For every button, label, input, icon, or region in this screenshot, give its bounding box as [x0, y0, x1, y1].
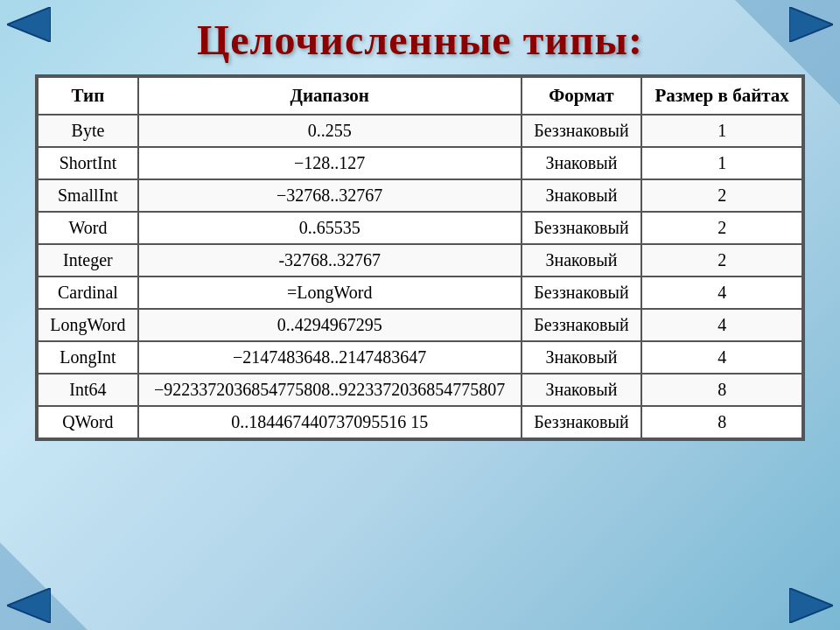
col-header-format: Формат	[522, 77, 642, 115]
cell-size: 8	[641, 374, 802, 406]
cell-type: QWord	[38, 406, 138, 438]
cell-size: 1	[641, 147, 802, 179]
cell-format: Беззнаковый	[522, 276, 642, 309]
cell-type: Byte	[38, 115, 138, 147]
table-row: QWord0..184467440737095516 15Беззнаковый…	[38, 406, 802, 438]
cell-type: Word	[38, 212, 138, 244]
table-row: SmallInt−32768..32767Знаковый2	[38, 179, 802, 212]
table-row: Int64−9223372036854775808..9223372036854…	[38, 374, 802, 406]
page-title: Целочисленные типы:	[0, 0, 840, 74]
cell-type: SmallInt	[38, 179, 138, 212]
cell-size: 4	[641, 341, 802, 374]
cell-size: 2	[641, 244, 802, 276]
cell-range: -32768..32767	[138, 244, 522, 276]
integer-types-table: Тип Диапазон Формат Размер в байтах Byte…	[37, 76, 803, 439]
cell-range: =LongWord	[138, 276, 522, 309]
cell-size: 2	[641, 179, 802, 212]
cell-type: LongInt	[38, 341, 138, 374]
svg-marker-2	[7, 588, 51, 623]
col-header-range: Диапазон	[138, 77, 522, 115]
table-row: Cardinal=LongWordБеззнаковый4	[38, 276, 802, 309]
table-row: Integer-32768..32767Знаковый2	[38, 244, 802, 276]
svg-marker-3	[789, 588, 833, 623]
cell-range: 0..255	[138, 115, 522, 147]
table-header-row: Тип Диапазон Формат Размер в байтах	[38, 77, 802, 115]
cell-format: Знаковый	[522, 374, 642, 406]
nav-arrow-bottom-left[interactable]	[7, 588, 51, 623]
cell-range: 0..65535	[138, 212, 522, 244]
cell-type: LongWord	[38, 309, 138, 341]
cell-format: Беззнаковый	[522, 309, 642, 341]
cell-size: 1	[641, 115, 802, 147]
cell-size: 2	[641, 212, 802, 244]
data-table-container: Тип Диапазон Формат Размер в байтах Byte…	[35, 74, 805, 441]
cell-range: −128..127	[138, 147, 522, 179]
table-row: Byte0..255Беззнаковый1	[38, 115, 802, 147]
cell-size: 8	[641, 406, 802, 438]
col-header-size: Размер в байтах	[641, 77, 802, 115]
cell-range: 0..4294967295	[138, 309, 522, 341]
cell-format: Знаковый	[522, 244, 642, 276]
table-row: Word0..65535Беззнаковый2	[38, 212, 802, 244]
cell-range: −9223372036854775808..922337203685477580…	[138, 374, 522, 406]
cell-type: Integer	[38, 244, 138, 276]
cell-range: 0..184467440737095516 15	[138, 406, 522, 438]
col-header-type: Тип	[38, 77, 138, 115]
cell-type: ShortInt	[38, 147, 138, 179]
cell-format: Беззнаковый	[522, 406, 642, 438]
cell-type: Int64	[38, 374, 138, 406]
table-row: LongInt−2147483648..2147483647Знаковый4	[38, 341, 802, 374]
nav-arrow-bottom-right[interactable]	[789, 588, 833, 623]
cell-range: −2147483648..2147483647	[138, 341, 522, 374]
cell-type: Cardinal	[38, 276, 138, 309]
cell-format: Беззнаковый	[522, 115, 642, 147]
cell-format: Знаковый	[522, 147, 642, 179]
table-row: ShortInt−128..127Знаковый1	[38, 147, 802, 179]
table-row: LongWord0..4294967295Беззнаковый4	[38, 309, 802, 341]
cell-size: 4	[641, 276, 802, 309]
cell-size: 4	[641, 309, 802, 341]
cell-format: Знаковый	[522, 179, 642, 212]
cell-range: −32768..32767	[138, 179, 522, 212]
cell-format: Беззнаковый	[522, 212, 642, 244]
cell-format: Знаковый	[522, 341, 642, 374]
